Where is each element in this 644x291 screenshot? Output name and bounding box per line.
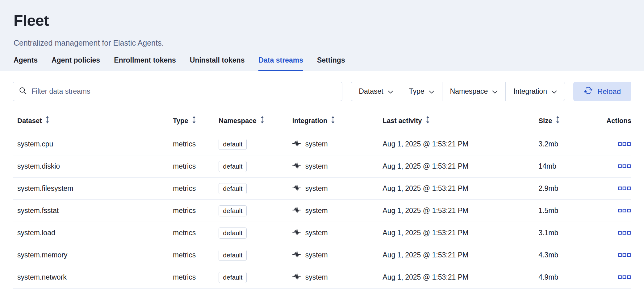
column-header-actions: Actions (586, 117, 631, 125)
filter-group: Dataset Type Namespace Integration (351, 82, 565, 101)
cell-dataset: system.filesystem (13, 184, 173, 193)
cell-dataset: system.memory (13, 251, 173, 259)
cell-size: 14mb (538, 162, 586, 170)
filter-type-label: Type (409, 87, 424, 96)
filter-namespace[interactable]: Namespace (442, 82, 506, 101)
cell-last-activity: Aug 1, 2025 @ 1:53:21 PM (383, 140, 538, 148)
refresh-icon (584, 86, 593, 97)
table-header-row: Dataset Type Namespace Integration L (13, 101, 631, 133)
table-row: system.network metrics default system Au… (13, 266, 631, 289)
actions-button[interactable] (617, 273, 631, 281)
column-label: Actions (606, 117, 631, 125)
integration-name: system (305, 273, 328, 281)
cell-actions (586, 273, 631, 281)
table-row: system.memory metrics default system Aug… (13, 244, 631, 266)
reload-button[interactable]: Reload (573, 82, 631, 101)
sortable-icon (330, 116, 336, 125)
column-label: Integration (292, 117, 328, 125)
cell-dataset: system.load (13, 229, 173, 237)
integration-name: system (305, 229, 328, 237)
integration-name: system (305, 207, 328, 215)
sortable-icon (45, 116, 50, 125)
tab-agent-policies[interactable]: Agent policies (52, 56, 100, 71)
reload-label: Reload (597, 87, 621, 96)
namespace-badge: default (219, 227, 247, 239)
cell-last-activity: Aug 1, 2025 @ 1:53:21 PM (383, 162, 538, 170)
sort-dataset-button[interactable]: Dataset (17, 116, 50, 125)
sortable-icon (555, 116, 560, 125)
actions-button[interactable] (617, 251, 631, 259)
sortable-icon (191, 116, 197, 125)
tab-settings[interactable]: Settings (317, 56, 345, 71)
tab-agents[interactable]: Agents (14, 56, 38, 71)
column-label: Size (538, 117, 552, 125)
data-streams-table: Dataset Type Namespace Integration L (13, 101, 631, 289)
integration-name: system (305, 251, 328, 259)
pulse-icon (292, 161, 301, 171)
actions-button[interactable] (617, 162, 631, 170)
sort-integration-button[interactable]: Integration (292, 116, 336, 125)
cell-type: metrics (173, 207, 219, 215)
cell-last-activity: Aug 1, 2025 @ 1:53:21 PM (383, 273, 538, 281)
cell-actions (586, 162, 631, 170)
pulse-icon (292, 272, 301, 282)
pulse-icon (292, 250, 301, 260)
table-row: system.diskio metrics default system Aug… (13, 155, 631, 178)
boxes-horizontal-icon (618, 275, 631, 279)
search-input[interactable] (31, 87, 336, 96)
cell-namespace: default (219, 227, 292, 239)
integration-name: system (305, 162, 328, 170)
pulse-icon (292, 206, 301, 216)
boxes-horizontal-icon (618, 164, 631, 168)
cell-dataset: system.diskio (13, 162, 173, 170)
sort-size-button[interactable]: Size (538, 116, 560, 125)
actions-button[interactable] (617, 140, 631, 148)
chevron-down-icon (492, 87, 498, 96)
cell-size: 3.1mb (538, 229, 586, 237)
namespace-badge: default (219, 205, 247, 216)
filter-namespace-label: Namespace (450, 87, 488, 96)
integration-name: system (305, 184, 328, 193)
sortable-icon (425, 116, 430, 125)
cell-namespace: default (219, 250, 292, 261)
tab-uninstall-tokens[interactable]: Uninstall tokens (190, 56, 245, 71)
chevron-down-icon (388, 87, 393, 96)
actions-button[interactable] (617, 229, 631, 237)
table-row: system.fsstat metrics default system Aug… (13, 200, 631, 222)
namespace-badge: default (219, 183, 247, 194)
tab-data-streams[interactable]: Data streams (258, 56, 303, 71)
search-icon (19, 87, 27, 96)
cell-dataset: system.cpu (13, 140, 173, 148)
namespace-badge: default (219, 272, 247, 283)
filter-integration[interactable]: Integration (506, 82, 565, 101)
sort-last-activity-button[interactable]: Last activity (383, 116, 430, 125)
sort-namespace-button[interactable]: Namespace (219, 116, 265, 125)
cell-namespace: default (219, 272, 292, 283)
cell-namespace: default (219, 161, 292, 172)
cell-type: metrics (173, 229, 219, 237)
cell-last-activity: Aug 1, 2025 @ 1:53:21 PM (383, 207, 538, 215)
table-row: system.filesystem metrics default system… (13, 178, 631, 200)
filter-type[interactable]: Type (401, 82, 442, 101)
sortable-icon (260, 116, 265, 125)
column-header-namespace: Namespace (219, 116, 292, 125)
filter-dataset[interactable]: Dataset (351, 82, 401, 101)
actions-button[interactable] (617, 185, 631, 192)
cell-last-activity: Aug 1, 2025 @ 1:53:21 PM (383, 184, 538, 193)
actions-button[interactable] (617, 207, 631, 215)
filter-dataset-label: Dataset (359, 87, 383, 96)
cell-integration: system (292, 250, 383, 260)
filter-integration-label: Integration (513, 87, 547, 96)
cell-size: 2.9mb (538, 184, 586, 193)
cell-type: metrics (173, 184, 219, 193)
cell-type: metrics (173, 273, 219, 281)
boxes-horizontal-icon (618, 186, 631, 191)
tab-enrollment-tokens[interactable]: Enrollment tokens (114, 56, 176, 71)
cell-size: 1.5mb (538, 207, 586, 215)
cell-type: metrics (173, 251, 219, 259)
namespace-badge: default (219, 161, 247, 172)
cell-integration: system (292, 161, 383, 171)
sort-type-button[interactable]: Type (173, 116, 197, 125)
page-subtitle: Centralized management for Elastic Agent… (14, 39, 630, 47)
cell-integration: system (292, 139, 383, 149)
